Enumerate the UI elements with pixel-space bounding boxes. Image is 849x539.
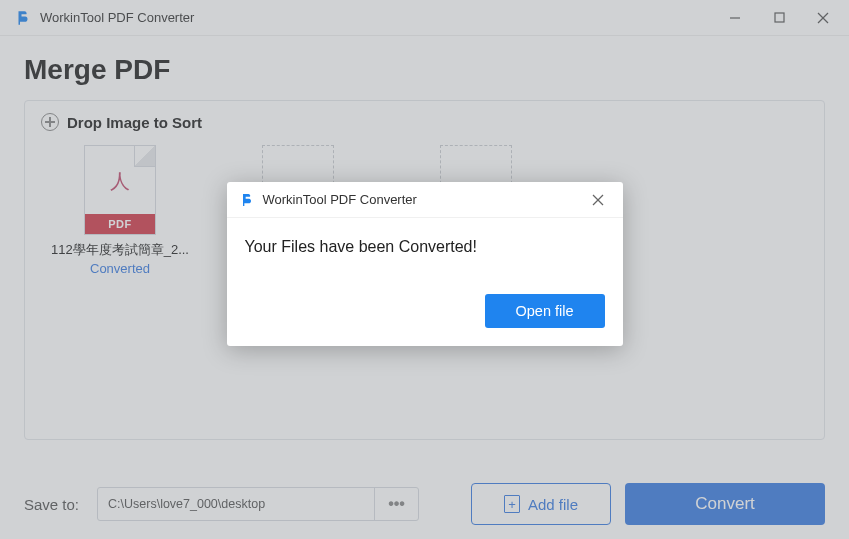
modal-dialog: WorkinTool PDF Converter Your Files have… <box>227 182 623 346</box>
modal-close-button[interactable] <box>583 185 613 215</box>
modal-title: WorkinTool PDF Converter <box>263 192 417 207</box>
modal-body: Your Files have been Converted! Open fil… <box>227 218 623 346</box>
modal-titlebar: WorkinTool PDF Converter <box>227 182 623 218</box>
app-logo-icon <box>239 192 255 208</box>
modal-overlay: WorkinTool PDF Converter Your Files have… <box>0 0 849 539</box>
modal-message: Your Files have been Converted! <box>245 238 605 256</box>
open-file-button[interactable]: Open file <box>485 294 605 328</box>
